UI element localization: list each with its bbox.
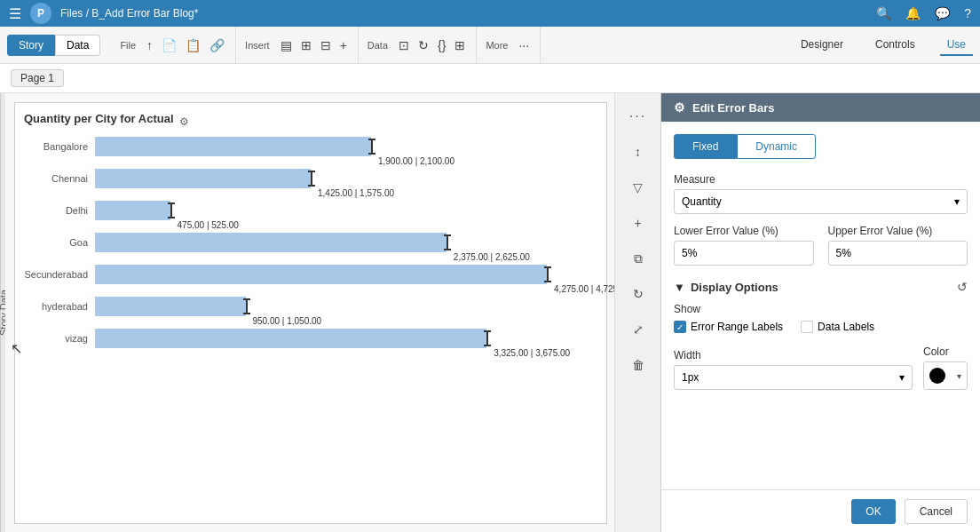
page-1-tab[interactable]: Page 1 [11, 69, 64, 87]
bar-label: Chennai [24, 173, 95, 184]
add-btn[interactable]: + [624, 209, 652, 237]
designer-btn[interactable]: Designer [794, 35, 850, 56]
bar-track: 3,325.00 | 3,675.00 [95, 329, 597, 348]
width-select[interactable]: 1px ▾ [674, 365, 913, 390]
refresh-btn[interactable]: ↻ [624, 280, 652, 308]
bar-label: vizag [24, 333, 95, 344]
bar-fill [95, 329, 486, 348]
error-bar [170, 201, 172, 220]
data-icon-4[interactable]: ⊞ [453, 36, 467, 54]
bar-label: Delhi [24, 205, 95, 216]
panel-header: ⚙ Edit Error Bars [661, 93, 980, 122]
panel-body: Fixed Dynamic Measure Quantity ▾ Lower E… [661, 122, 980, 489]
error-range-label: Error Range Labels [691, 321, 783, 333]
bar-track: 475.00 | 525.00 [95, 201, 597, 220]
data-labels-label: Data Labels [818, 321, 874, 333]
error-range-checkbox-item[interactable]: ✓ Error Range Labels [674, 321, 783, 333]
width-field: Width 1px ▾ [674, 349, 913, 390]
controls-btn[interactable]: Controls [868, 35, 922, 56]
copy-btn[interactable]: ⧉ [624, 244, 652, 273]
upper-error-input[interactable] [828, 241, 968, 266]
mode-tabs: Fixed Dynamic [674, 134, 968, 159]
data-labels-checkbox-item[interactable]: Data Labels [801, 321, 874, 333]
display-options-toggle[interactable]: ▼ Display Options [674, 281, 778, 294]
use-btn[interactable]: Use [940, 35, 973, 56]
data-icon-1[interactable]: ⊡ [397, 36, 411, 54]
measure-value: Quantity [682, 195, 722, 208]
error-range-checkbox[interactable]: ✓ [674, 321, 686, 333]
file-icon-1[interactable]: ↑ [145, 36, 154, 54]
lower-error-input[interactable] [674, 241, 814, 266]
data-tab[interactable]: Data [55, 35, 100, 56]
data-labels-checkbox[interactable] [801, 321, 813, 333]
bell-icon[interactable]: 🔔 [905, 6, 921, 20]
panel-title: Edit Error Bars [692, 101, 774, 115]
bar-label: Bangalore [24, 141, 95, 152]
page-tab-bar: Page 1 [0, 64, 980, 93]
bar-fill [95, 169, 311, 188]
file-icon-2[interactable]: 📄 [160, 36, 178, 54]
error-bar [371, 137, 373, 156]
cancel-button[interactable]: Cancel [905, 499, 968, 524]
bar-value: 1,425.00 | 1,575.00 [316, 188, 660, 198]
story-data-tabs: Story Data [7, 35, 100, 56]
bar-fill [95, 265, 547, 284]
insert-icon-4[interactable]: + [338, 36, 349, 54]
help-icon[interactable]: ? [964, 6, 971, 20]
bar-track: 950.00 | 1,050.00 [95, 297, 597, 316]
more-icon[interactable]: ··· [517, 36, 531, 54]
updown-btn[interactable]: ↕ [624, 138, 652, 166]
error-values-row: Lower Error Value (%) Upper Error Value … [674, 225, 968, 266]
file-label: File [120, 40, 136, 51]
measure-select[interactable]: Quantity ▾ [674, 189, 968, 214]
width-label: Width [674, 349, 913, 361]
error-bar [486, 329, 488, 348]
menu-icon[interactable]: ☰ [9, 5, 21, 22]
data-label: Data [368, 40, 388, 51]
reset-icon[interactable]: ↺ [957, 280, 968, 294]
file-icon-3[interactable]: 📋 [184, 36, 202, 54]
canvas-area: Quantity per City for Actual ⚙ Bangalore… [5, 93, 660, 532]
more-label: More [486, 40, 508, 51]
dynamic-tab[interactable]: Dynamic [737, 134, 816, 159]
display-options-label: Display Options [691, 281, 778, 294]
file-icon-4[interactable]: 🔗 [208, 36, 226, 54]
breadcrumb: Files / B_Add Error Bar Blog* [60, 7, 867, 20]
lower-error-label: Lower Error Value (%) [674, 225, 814, 237]
data-icon-3[interactable]: {} [436, 36, 447, 54]
main-layout: Story Data Quantity per City for Actual … [0, 93, 980, 532]
ok-button[interactable]: OK [851, 499, 895, 524]
bar-label: Secunderabad [24, 269, 95, 280]
color-swatch[interactable]: ▾ [923, 361, 968, 390]
data-icon-2[interactable]: ↻ [416, 36, 431, 54]
main-toolbar: Story Data File ↑ 📄 📋 🔗 Insert ▤ ⊞ ⊟ + D… [0, 27, 980, 64]
bar-row: vizag3,325.00 | 3,675.00 [24, 326, 597, 351]
filter-btn[interactable]: ▽ [624, 173, 652, 202]
bar-fill [95, 137, 371, 156]
insert-icon-2[interactable]: ⊞ [299, 36, 313, 54]
edit-panel: ⚙ Edit Error Bars Fixed Dynamic Measure … [660, 93, 980, 532]
top-nav: ☰ P Files / B_Add Error Bar Blog* 🔍 🔔 💬 … [0, 0, 980, 27]
bar-track: 2,375.00 | 2,625.00 [95, 233, 597, 252]
bar-fill [95, 297, 246, 316]
chat-icon[interactable]: 💬 [935, 6, 950, 20]
bar-fill [95, 201, 170, 220]
avatar[interactable]: P [30, 3, 51, 24]
search-icon[interactable]: 🔍 [876, 6, 891, 20]
top-nav-actions: 🔍 🔔 💬 ? [876, 6, 971, 20]
bar-track: 4,275.00 | 4,725.00 [95, 265, 597, 284]
bar-row: Goa2,375.00 | 2,625.00 [24, 230, 597, 255]
chart-title: Quantity per City for Actual [24, 112, 174, 125]
more-options-btn[interactable]: ··· [624, 102, 652, 131]
insert-icon-3[interactable]: ⊟ [319, 36, 333, 54]
bar-label: hyderabad [24, 301, 95, 312]
story-tab[interactable]: Story [7, 35, 55, 56]
measure-chevron: ▾ [954, 195, 960, 208]
delete-btn[interactable]: 🗑 [624, 351, 652, 379]
insert-icon-1[interactable]: ▤ [279, 36, 294, 54]
upper-error-label: Upper Error Value (%) [828, 225, 968, 237]
chart-settings-icon[interactable]: ⚙ [179, 115, 189, 128]
expand-btn[interactable]: ⤢ [624, 315, 652, 344]
show-checkboxes: ✓ Error Range Labels Data Labels [674, 321, 968, 333]
fixed-tab[interactable]: Fixed [674, 134, 737, 159]
